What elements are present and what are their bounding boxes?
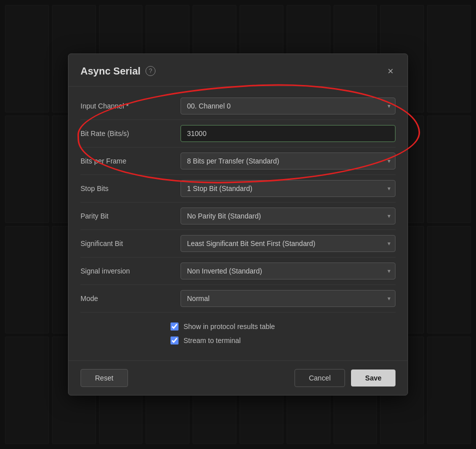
significant-bit-label: Significant Bit — [80, 240, 180, 248]
parity-bit-row: Parity Bit No Parity Bit (Standard) Even… — [80, 202, 396, 230]
mode-row: Mode Normal Manchester UART ▾ — [80, 285, 396, 312]
stream-terminal-label: Stream to terminal — [184, 336, 240, 344]
stream-terminal-row: Stream to terminal — [170, 334, 396, 348]
significant-bit-row: Significant Bit Least Significant Bit Se… — [80, 230, 396, 258]
help-icon[interactable]: ? — [146, 66, 156, 76]
close-button[interactable]: × — [386, 64, 396, 78]
signal-inversion-control: Non Inverted (Standard) Inverted ▾ — [180, 262, 396, 280]
signal-inversion-label: Signal inversion — [80, 267, 180, 275]
bit-rate-label: Bit Rate (Bits/s) — [80, 130, 180, 138]
stop-bits-select-wrapper: 1 Stop Bit (Standard) 2 Stop Bits ▾ — [180, 180, 396, 197]
stop-bits-row: Stop Bits 1 Stop Bit (Standard) 2 Stop B… — [80, 175, 396, 202]
bits-per-frame-label: Bits per Frame — [80, 157, 180, 165]
bit-rate-control — [180, 125, 396, 142]
bit-rate-row: Bit Rate (Bits/s) — [80, 120, 396, 148]
reset-button[interactable]: Reset — [80, 369, 128, 387]
dialog-footer: Reset Cancel Save — [68, 360, 408, 395]
significant-bit-control: Least Significant Bit Sent First (Standa… — [180, 235, 396, 252]
stream-terminal-checkbox[interactable] — [170, 336, 178, 344]
input-channel-select[interactable]: 00. Channel 0 01. Channel 1 02. Channel … — [180, 98, 396, 114]
async-serial-dialog: Async Serial ? × Input Channel * 00. Cha… — [68, 54, 408, 396]
show-protocol-row: Show in protocol results table — [170, 320, 396, 334]
stop-bits-control: 1 Stop Bit (Standard) 2 Stop Bits ▾ — [180, 180, 396, 197]
mode-select-wrapper: Normal Manchester UART ▾ — [180, 290, 396, 307]
bits-per-frame-row: Bits per Frame 8 Bits per Transfer (Stan… — [80, 148, 396, 175]
input-channel-label: Input Channel * — [80, 102, 180, 110]
dialog-body: Input Channel * 00. Channel 0 01. Channe… — [68, 86, 408, 360]
show-protocol-label: Show in protocol results table — [184, 322, 275, 330]
dialog-header: Async Serial ? × — [68, 54, 408, 86]
modal-overlay: Async Serial ? × Input Channel * 00. Cha… — [0, 0, 476, 449]
bits-per-frame-select[interactable]: 8 Bits per Transfer (Standard) 7 Bits pe… — [180, 152, 396, 170]
signal-inversion-select[interactable]: Non Inverted (Standard) Inverted — [180, 262, 396, 280]
checkbox-section: Show in protocol results table Stream to… — [80, 312, 396, 350]
stop-bits-select[interactable]: 1 Stop Bit (Standard) 2 Stop Bits — [180, 180, 396, 197]
parity-bit-select[interactable]: No Parity Bit (Standard) Even Parity Odd… — [180, 208, 396, 224]
show-protocol-checkbox[interactable] — [170, 322, 178, 330]
input-channel-row: Input Channel * 00. Channel 0 01. Channe… — [80, 92, 396, 120]
bits-per-frame-control: 8 Bits per Transfer (Standard) 7 Bits pe… — [180, 152, 396, 170]
parity-bit-label: Parity Bit — [80, 212, 180, 220]
save-button[interactable]: Save — [351, 370, 396, 386]
bits-per-frame-select-wrapper: 8 Bits per Transfer (Standard) 7 Bits pe… — [180, 152, 396, 170]
input-channel-select-wrapper: 00. Channel 0 01. Channel 1 02. Channel … — [180, 98, 396, 114]
signal-inversion-select-wrapper: Non Inverted (Standard) Inverted ▾ — [180, 262, 396, 280]
mode-label: Mode — [80, 294, 180, 302]
parity-bit-select-wrapper: No Parity Bit (Standard) Even Parity Odd… — [180, 208, 396, 224]
signal-inversion-row: Signal inversion Non Inverted (Standard)… — [80, 258, 396, 285]
parity-bit-control: No Parity Bit (Standard) Even Parity Odd… — [180, 208, 396, 224]
input-channel-control: 00. Channel 0 01. Channel 1 02. Channel … — [180, 98, 396, 114]
stop-bits-label: Stop Bits — [80, 184, 180, 192]
bit-rate-input[interactable] — [180, 125, 396, 142]
cancel-button[interactable]: Cancel — [294, 369, 346, 387]
dialog-title: Async Serial — [80, 66, 140, 77]
significant-bit-select-wrapper: Least Significant Bit Sent First (Standa… — [180, 235, 396, 252]
mode-control: Normal Manchester UART ▾ — [180, 290, 396, 307]
mode-select[interactable]: Normal Manchester UART — [180, 290, 396, 307]
significant-bit-select[interactable]: Least Significant Bit Sent First (Standa… — [180, 235, 396, 252]
